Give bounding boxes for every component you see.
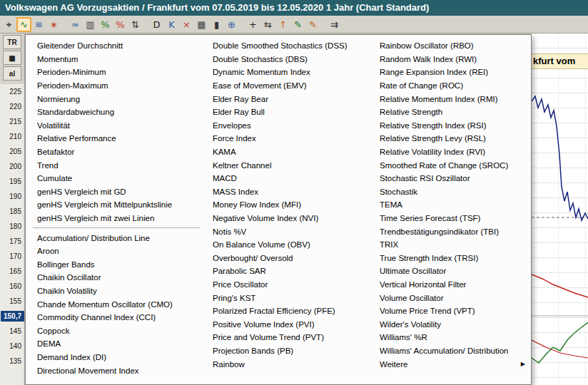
- web-link-button[interactable]: ⊕: [224, 17, 239, 32]
- close-chart-button[interactable]: ×: [179, 17, 194, 32]
- percent-loss-button[interactable]: %: [113, 17, 128, 32]
- menu-item[interactable]: Standardabweichung: [30, 106, 206, 119]
- menu-item[interactable]: Double Smoothed Stochastics (DSS): [206, 39, 372, 53]
- menu-item[interactable]: MASS Index: [206, 185, 372, 199]
- menu-item[interactable]: Relative Strength Index (RSI): [372, 119, 531, 133]
- indicators-menu-button[interactable]: ∿: [16, 17, 31, 32]
- menu-item[interactable]: Rainbow: [206, 357, 372, 371]
- menu-item[interactable]: Weitere▶: [372, 357, 531, 371]
- menu-item[interactable]: Volume Price Trend (VPT): [372, 304, 531, 318]
- menu-item[interactable]: Relative Strength Levy (RSL): [372, 132, 531, 145]
- grid-tool-button[interactable]: ▦: [3, 51, 21, 65]
- menu-item[interactable]: Time Series Forecast (TSF): [372, 212, 531, 225]
- menu-item[interactable]: Normierung: [30, 92, 206, 106]
- menu-item[interactable]: On Balance Volume (OBV): [206, 238, 372, 252]
- menu-item[interactable]: Relative Strength: [372, 106, 531, 119]
- menu-item[interactable]: TEMA: [372, 198, 531, 212]
- menu-item[interactable]: Betafaktor: [30, 145, 206, 159]
- menu-item[interactable]: Demand Index (DI): [30, 351, 206, 364]
- menu-item[interactable]: Wilder's Volatility: [372, 317, 531, 331]
- menu-item[interactable]: Vertical Horizontal Filter: [372, 278, 531, 292]
- menu-item[interactable]: Relative Momentum Index (RMI): [372, 92, 531, 106]
- menu-item[interactable]: Stochastic RSI Oszillator: [372, 172, 531, 185]
- menu-item[interactable]: genHS Vergleich mit GD: [30, 185, 206, 199]
- percent-gain-button[interactable]: %: [98, 17, 113, 32]
- menu-item[interactable]: Williams' %R: [372, 331, 531, 344]
- menu-item[interactable]: Keltner Channel: [206, 158, 372, 172]
- menu-item[interactable]: Projection Bands (PB): [206, 344, 372, 358]
- menu-item[interactable]: Perioden-Minimum: [30, 66, 206, 79]
- menu-item[interactable]: Price and Volume Trend (PVT): [206, 331, 372, 344]
- candle-view-button[interactable]: K: [164, 17, 179, 32]
- edit-drawing-button[interactable]: ✎: [305, 17, 320, 32]
- menu-item[interactable]: TRIX: [372, 238, 531, 252]
- pattern-marks-button[interactable]: ∗: [46, 17, 61, 32]
- chart-pointer-button[interactable]: ⌖: [1, 17, 16, 32]
- menu-item[interactable]: genHS Vergleich mit Mittelpunktslinie: [30, 198, 206, 212]
- wave-overlay-button[interactable]: ≈: [68, 17, 83, 32]
- menu-item[interactable]: genHS Vergleich mit zwei Linien: [30, 212, 206, 225]
- menu-item[interactable]: Dynamic Momentum Index: [206, 66, 372, 79]
- menu-item[interactable]: Commodity Channel Index (CCI): [30, 311, 206, 324]
- menu-item[interactable]: Envelopes: [206, 119, 372, 133]
- menu-item[interactable]: Notis %V: [206, 225, 372, 238]
- menu-item[interactable]: Stochastik: [372, 185, 531, 199]
- menu-item[interactable]: Coppock: [30, 324, 206, 337]
- menu-item[interactable]: Random Walk Index (RWI): [372, 53, 531, 66]
- axis-label: 170: [0, 249, 24, 264]
- histogram-view-button[interactable]: ▥: [83, 17, 98, 32]
- menu-item[interactable]: Elder Ray Bull: [206, 106, 372, 119]
- menu-item[interactable]: Rate of Change (ROC): [372, 79, 531, 93]
- data-table-button[interactable]: ▦: [194, 17, 209, 32]
- menu-item[interactable]: Smoothed Rate of Change (SROC): [372, 158, 531, 172]
- menu-item[interactable]: Elder Ray Bear: [206, 92, 372, 106]
- menu-item[interactable]: Volatilität: [30, 119, 206, 133]
- menu-item[interactable]: Chande Momentum Oscillator (CMO): [30, 297, 206, 311]
- crosshair-add-button[interactable]: +: [245, 17, 260, 32]
- menu-item[interactable]: Positive Volume Index (PVI): [206, 317, 372, 331]
- candlestick-mode-button[interactable]: ▮: [209, 17, 224, 32]
- draw-trendline-button[interactable]: ✎: [290, 17, 305, 32]
- menu-item[interactable]: Volume Oscillator: [372, 291, 531, 304]
- indicator-compare-button[interactable]: ≋: [31, 17, 46, 32]
- pan-tool-button[interactable]: ⇆: [260, 17, 275, 32]
- menu-item[interactable]: Double Stochastics (DBS): [206, 53, 372, 66]
- menu-item[interactable]: Rainbow Oscillator (RBO): [372, 39, 531, 53]
- menu-item[interactable]: Ease of Movement (EMV): [206, 79, 372, 93]
- menu-item[interactable]: Perioden-Maximum: [30, 79, 206, 93]
- menu-item[interactable]: Money Flow Index (MFI): [206, 198, 372, 212]
- menu-item[interactable]: Relative Performance: [30, 132, 206, 145]
- menu-item[interactable]: DEMA: [30, 337, 206, 351]
- menu-item[interactable]: MACD: [206, 172, 372, 185]
- menu-item[interactable]: Aroon: [30, 245, 206, 258]
- menu-item[interactable]: Bollinger Bands: [30, 258, 206, 272]
- menu-item[interactable]: Ultimate Oscillator: [372, 265, 531, 278]
- menu-item[interactable]: Overbought/ Oversold: [206, 252, 372, 265]
- menu-item[interactable]: Relative Volatility Index (RVI): [372, 145, 531, 159]
- menu-item[interactable]: Pring's KST: [206, 291, 372, 304]
- menu-item[interactable]: Negative Volume Index (NVI): [206, 212, 372, 225]
- menu-item[interactable]: Chaikin Volatility: [30, 284, 206, 298]
- menu-item[interactable]: Price Oscillator: [206, 278, 372, 292]
- menu-item[interactable]: Accumulation/ Distribution Line: [30, 231, 206, 245]
- menu-item[interactable]: Trendbestätigungsindikator (TBI): [372, 225, 531, 238]
- menu-item[interactable]: Range Expansion Index (REI): [372, 66, 531, 79]
- menu-item[interactable]: Parabolic SAR: [206, 265, 372, 278]
- menu-item[interactable]: Momentum: [30, 53, 206, 66]
- menu-item[interactable]: True Strength Index (TRSI): [372, 252, 531, 265]
- daily-view-button[interactable]: D: [149, 17, 164, 32]
- tr-tool-button[interactable]: TR: [3, 35, 21, 49]
- menu-item[interactable]: KAMA: [206, 145, 372, 159]
- menu-item[interactable]: Directional Movement Index: [30, 364, 206, 377]
- signal-tab-button[interactable]: al: [3, 66, 21, 81]
- sort-values-button[interactable]: ⇅: [128, 17, 143, 32]
- menu-item[interactable]: Polarized Fractal Efficiency (PFE): [206, 304, 372, 318]
- menu-item[interactable]: Force Index: [206, 132, 372, 145]
- menu-item[interactable]: Chaikin Oscillator: [30, 271, 206, 284]
- parallel-lines-button[interactable]: ⇉: [327, 17, 342, 32]
- menu-item[interactable]: Trend: [30, 158, 206, 172]
- menu-item[interactable]: Cumulate: [30, 172, 206, 185]
- raise-marker-button[interactable]: ↑: [275, 17, 290, 32]
- menu-item[interactable]: Gleitender Durchschnitt: [30, 39, 206, 53]
- menu-item[interactable]: Williams' Accumulation/ Distribution: [372, 344, 531, 358]
